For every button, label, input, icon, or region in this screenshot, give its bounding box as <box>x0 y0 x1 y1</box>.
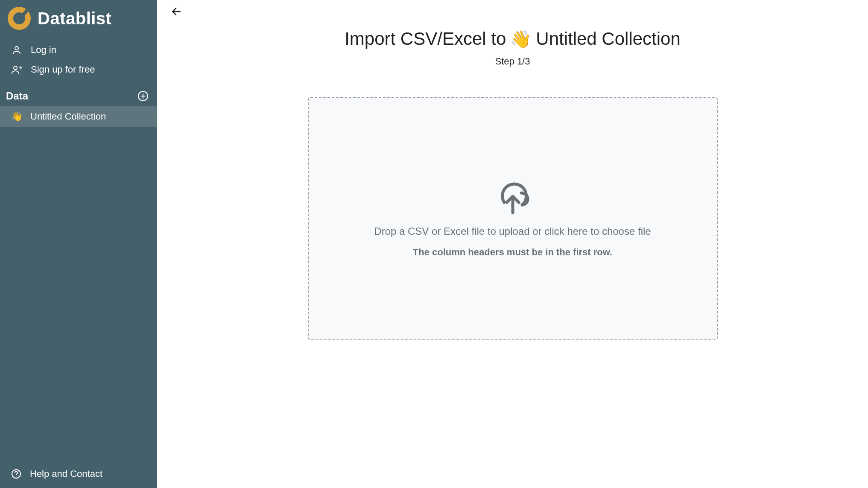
page-header: Import CSV/Excel to 👋 Untitled Collectio… <box>170 29 855 67</box>
signup-link[interactable]: Sign up for free <box>0 60 157 79</box>
sidebar-item-untitled-collection[interactable]: 👋 Untitled Collection <box>0 106 157 127</box>
user-icon <box>11 45 22 55</box>
user-plus-icon <box>11 64 22 75</box>
login-link[interactable]: Log in <box>0 40 157 60</box>
brand: Datablist <box>0 0 157 40</box>
help-label: Help and Contact <box>30 468 102 479</box>
wave-icon: 👋 <box>510 29 532 49</box>
svg-point-4 <box>14 66 17 70</box>
brand-name: Datablist <box>38 9 111 28</box>
sidebar-spacer <box>0 127 157 462</box>
add-collection-button[interactable] <box>137 90 149 102</box>
main-content: Import CSV/Excel to 👋 Untitled Collectio… <box>157 0 868 488</box>
arrow-left-icon <box>171 6 182 17</box>
svg-point-3 <box>15 47 18 50</box>
back-button[interactable] <box>170 5 183 18</box>
title-collection-name: Untitled Collection <box>536 29 681 49</box>
wave-icon: 👋 <box>11 112 23 121</box>
cloud-upload-icon <box>491 179 534 216</box>
page-title: Import CSV/Excel to 👋 Untitled Collectio… <box>345 29 681 49</box>
login-label: Log in <box>31 44 56 56</box>
svg-point-11 <box>16 476 17 477</box>
dropzone-primary-text: Drop a CSV or Excel file to upload or cl… <box>374 225 651 237</box>
data-section-label: Data <box>6 90 28 102</box>
title-prefix: Import CSV/Excel to <box>345 29 506 49</box>
help-icon <box>11 469 21 479</box>
file-dropzone[interactable]: Drop a CSV or Excel file to upload or cl… <box>308 97 718 340</box>
data-section-header: Data <box>0 79 157 106</box>
step-indicator: Step 1/3 <box>170 56 855 67</box>
sidebar: Datablist Log in Sign up for free Data <box>0 0 157 488</box>
help-link[interactable]: Help and Contact <box>0 462 157 488</box>
sidebar-item-label: Untitled Collection <box>30 111 106 122</box>
signup-label: Sign up for free <box>31 64 95 75</box>
dropzone-secondary-text: The column headers must be in the first … <box>413 247 612 258</box>
brand-logo-icon <box>8 7 31 30</box>
